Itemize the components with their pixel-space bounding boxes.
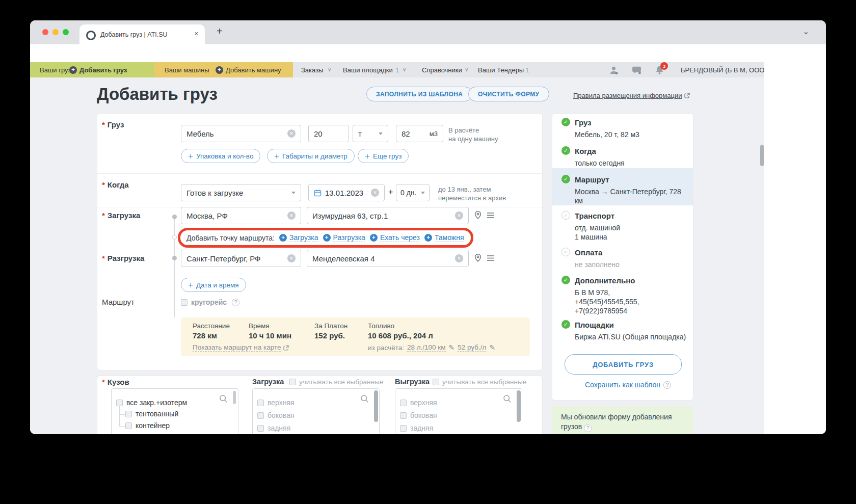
tab-close-icon[interactable]: ✕ — [194, 31, 199, 37]
unloading-city-value: Санкт-Петербург, РФ — [186, 254, 287, 263]
body-type-option[interactable]: все закр.+изотерм — [126, 399, 187, 407]
sidebar-item-cargo[interactable]: Груз — [575, 118, 592, 127]
sidebar-item-when-desc: только сегодня — [575, 158, 688, 168]
check-circle-icon: ✓ — [561, 146, 570, 155]
body-type-checkbox[interactable] — [125, 411, 132, 417]
roundtrip-checkbox[interactable] — [181, 299, 188, 306]
body-type-checkbox[interactable] — [116, 400, 123, 406]
sidebar-item-when[interactable]: Когда — [575, 147, 596, 155]
sidebar-item-additional[interactable]: Дополнительно — [575, 276, 635, 285]
clear-icon[interactable]: ✕ — [455, 254, 463, 262]
body-type-checkbox[interactable] — [125, 422, 132, 429]
add-cargo-submit-button[interactable]: ДОБАВИТЬ ГРУЗ — [565, 354, 682, 375]
add-unloading-point-link[interactable]: +Разгрузка — [323, 233, 365, 242]
unloading-address-input[interactable]: Менделеевская 4 ✕ — [307, 250, 469, 267]
loading-address-input[interactable]: Изумрудная 63, стр.1 ✕ — [307, 207, 469, 224]
traffic-light-close[interactable] — [42, 29, 48, 35]
add-customs-point-link[interactable]: +Таможня — [424, 233, 464, 242]
template-help-icon[interactable]: ? — [663, 381, 671, 389]
loading-consider-all-checkbox[interactable] — [289, 379, 296, 385]
more-cargo-button[interactable]: +Еще груз — [358, 149, 409, 163]
unloading-side-checkbox[interactable] — [400, 400, 407, 406]
listbox-scrollbar[interactable] — [374, 390, 378, 422]
sidebar-item-transport[interactable]: Транспорт — [575, 211, 614, 220]
unloading-side-checkbox[interactable] — [400, 425, 407, 432]
clear-form-button[interactable]: ОЧИСТИТЬ ФОРМУ — [468, 87, 549, 101]
edit-pencil-icon[interactable]: ✎ — [449, 343, 455, 352]
days-select[interactable]: 0 дн. — [396, 184, 430, 201]
rules-link[interactable]: Правила размещения информации — [573, 92, 690, 99]
save-as-template-link[interactable]: Сохранить как шаблон ? — [585, 381, 671, 389]
cargo-weight-input[interactable]: 20 — [308, 125, 349, 142]
chat-icon[interactable] — [632, 65, 641, 75]
traffic-light-minimize[interactable] — [52, 29, 59, 35]
notice-help-icon[interactable]: ? — [584, 425, 592, 432]
profile-icon[interactable] — [609, 65, 619, 75]
loading-side-checkbox[interactable] — [257, 400, 264, 406]
roundtrip-help-icon[interactable]: ? — [232, 299, 239, 306]
body-type-option[interactable]: контейнер — [136, 421, 170, 430]
clear-icon[interactable]: ✕ — [287, 129, 296, 138]
cargo-volume-input[interactable]: 82 м3 — [396, 125, 443, 142]
map-pin-icon[interactable] — [474, 253, 482, 262]
unloading-side-option[interactable]: задняя — [410, 424, 433, 432]
search-icon[interactable] — [360, 394, 369, 403]
update-notice-label: Мы обновили форму добавления грузов — [561, 413, 672, 431]
packaging-button[interactable]: +Упаковка и кол-во — [181, 149, 260, 163]
loading-side-checkbox[interactable] — [257, 412, 264, 419]
show-route-map-link[interactable]: Показать маршрут на карте — [193, 343, 289, 352]
nav-directories[interactable]: Справочники — [422, 66, 462, 74]
unloading-side-checkbox[interactable] — [400, 412, 407, 419]
loading-side-option[interactable]: задняя — [268, 424, 290, 432]
clear-icon[interactable]: ✕ — [287, 254, 296, 262]
nav-your-tenders[interactable]: Ваши Тендеры — [478, 66, 524, 74]
date-value: 13.01.2023 — [325, 189, 371, 197]
nav-add-cargo[interactable]: Добавить груз — [79, 66, 127, 74]
clear-icon[interactable]: ✕ — [455, 211, 463, 220]
body-type-option[interactable]: тентованный — [136, 410, 178, 418]
check-circle-icon: ✓ — [561, 118, 570, 126]
new-tab-icon[interactable]: + — [217, 25, 223, 37]
sidebar-item-sites[interactable]: Площадки — [575, 321, 614, 329]
browser-tab[interactable]: Добавить груз | ATI.SU ✕ — [79, 24, 205, 44]
cargo-note-line1: В расчёте — [448, 126, 498, 135]
consumption-link[interactable]: 28 л./100 км — [407, 343, 446, 352]
weight-unit-select[interactable]: т — [353, 125, 388, 142]
fuel-price-link[interactable]: 52 руб./л — [458, 343, 486, 352]
nav-your-sites[interactable]: Ваши площадки — [343, 66, 393, 74]
listbox-scrollbar[interactable] — [517, 390, 521, 422]
search-icon[interactable] — [503, 394, 512, 403]
address-list-icon[interactable] — [487, 255, 495, 261]
unloading-consider-all-checkbox[interactable] — [433, 379, 439, 385]
add-via-point-link[interactable]: +Ехать через — [370, 233, 420, 242]
unloading-side-option[interactable]: боковая — [410, 411, 437, 419]
loading-side-checkbox[interactable] — [257, 425, 264, 432]
loading-side-option[interactable]: верхняя — [268, 399, 295, 407]
datetime-button[interactable]: +Дата и время — [181, 278, 246, 292]
clear-icon[interactable]: ✕ — [287, 211, 296, 220]
nav-add-truck[interactable]: Добавить машину — [226, 66, 281, 74]
date-input[interactable]: 13.01.2023 ✕ — [308, 184, 385, 201]
sidebar-item-payment[interactable]: Оплата — [575, 248, 602, 257]
map-pin-icon[interactable] — [474, 210, 482, 220]
edit-pencil-icon[interactable]: ✎ — [489, 343, 495, 352]
page-scrollbar[interactable] — [760, 145, 764, 166]
fill-from-template-button[interactable]: ЗАПОЛНИТЬ ИЗ ШАБЛОНА — [366, 87, 472, 101]
unloading-city-input[interactable]: Санкт-Петербург, РФ ✕ — [181, 250, 301, 267]
sidebar-item-route[interactable]: Маршрут — [575, 175, 609, 184]
readiness-select[interactable]: Готов к загрузке — [181, 184, 301, 201]
dimensions-button[interactable]: +Габариты и диаметр — [267, 149, 355, 163]
nav-your-trucks[interactable]: Ваши машины — [165, 66, 209, 74]
tab-search-chevron-icon[interactable]: ⌄ — [802, 26, 809, 36]
address-list-icon[interactable] — [487, 212, 495, 219]
traffic-light-zoom[interactable] — [63, 29, 69, 35]
unloading-side-option[interactable]: верхняя — [410, 399, 437, 407]
cargo-name-input[interactable]: Мебель ✕ — [181, 125, 301, 142]
nav-orders[interactable]: Заказы — [301, 66, 323, 74]
loading-city-input[interactable]: Москва, РФ ✕ — [181, 207, 301, 224]
search-icon[interactable] — [219, 394, 228, 403]
listbox-scrollbar[interactable] — [233, 391, 236, 404]
add-loading-point-link[interactable]: +Загрузка — [279, 233, 318, 242]
clear-icon[interactable]: ✕ — [371, 189, 379, 197]
loading-side-option[interactable]: боковая — [268, 411, 295, 419]
